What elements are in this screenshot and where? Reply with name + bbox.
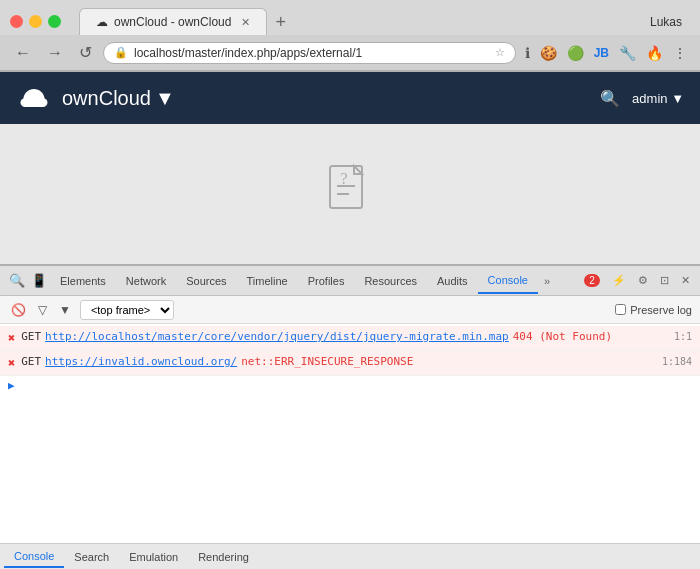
devtools-tab-icons: 2 ⚡ ⚙ ⊡ ✕ xyxy=(580,272,694,289)
filter-icon[interactable]: ▽ xyxy=(35,302,50,318)
console-status-1: 404 (Not Found) xyxy=(513,329,612,346)
error-icon-1: ✖ xyxy=(8,329,15,347)
jb-icon[interactable]: JB xyxy=(591,44,612,62)
close-button[interactable] xyxy=(10,15,23,28)
tab-label: ownCloud - ownCloud xyxy=(114,15,231,29)
devtools-bottom-tabs: Console Search Emulation Rendering xyxy=(0,543,700,569)
error-count: 2 xyxy=(584,274,600,287)
user-area: Lukas xyxy=(642,11,690,33)
prompt-arrow-icon: ▶ xyxy=(8,379,15,392)
extension-icon[interactable]: 🔧 xyxy=(616,43,639,63)
devtools-console: ✖ GET http://localhost/master/core/vendo… xyxy=(0,324,700,543)
frame-select[interactable]: <top frame> xyxy=(80,300,174,320)
tab-bar: ☁ ownCloud - ownCloud ✕ + xyxy=(79,8,634,35)
console-entry-2: ✖ GET https://invalid.owncloud.org/ net:… xyxy=(0,351,700,376)
console-method-2: GET xyxy=(21,354,41,371)
tab-close-button[interactable]: ✕ xyxy=(241,16,250,29)
tab-audits[interactable]: Audits xyxy=(427,269,478,293)
devtools-mobile-icon[interactable]: 📱 xyxy=(28,272,50,289)
app-title: ownCloud ▼ xyxy=(62,87,175,110)
settings-icon[interactable]: ⚙ xyxy=(634,272,652,289)
owncloud-logo: ownCloud ▼ xyxy=(16,80,175,116)
svg-text:?: ? xyxy=(340,170,347,187)
nav-icons: ℹ 🍪 🟢 JB 🔧 🔥 ⋮ xyxy=(522,43,690,63)
error-count-badge: 2 xyxy=(580,272,604,289)
tab-elements[interactable]: Elements xyxy=(50,269,116,293)
console-lineno-1: 1:1 xyxy=(674,329,692,344)
search-icon[interactable]: 🔍 xyxy=(600,89,620,108)
preserve-log-label[interactable]: Preserve log xyxy=(615,304,692,316)
tab-favicon: ☁ xyxy=(96,15,108,29)
admin-menu-button[interactable]: admin ▼ xyxy=(632,91,684,106)
tab-profiles[interactable]: Profiles xyxy=(298,269,355,293)
tab-sources[interactable]: Sources xyxy=(176,269,236,293)
console-status-2: net::ERR_INSECURE_RESPONSE xyxy=(241,354,413,371)
maximize-button[interactable] xyxy=(48,15,61,28)
back-button[interactable]: ← xyxy=(10,42,36,64)
breakpoints-icon[interactable]: ⚡ xyxy=(608,272,630,289)
bottom-tab-emulation[interactable]: Emulation xyxy=(119,547,188,567)
window-controls xyxy=(10,15,61,28)
console-method-1: GET xyxy=(21,329,41,346)
tab-network[interactable]: Network xyxy=(116,269,176,293)
devtools-inspect-icon[interactable]: 🔍 xyxy=(6,272,28,289)
tab-console[interactable]: Console xyxy=(478,268,538,294)
main-content: ? xyxy=(0,124,700,264)
error-icon-2: ✖ xyxy=(8,354,15,372)
tab-timeline[interactable]: Timeline xyxy=(237,269,298,293)
console-lineno-2: 1:184 xyxy=(662,354,692,369)
user-name: Lukas xyxy=(650,15,682,29)
owncloud-logo-icon xyxy=(16,80,52,116)
flame-icon[interactable]: 🔥 xyxy=(643,43,666,63)
new-tab-button[interactable]: + xyxy=(267,9,294,35)
devtools-tabs: 🔍 📱 Elements Network Sources Timeline Pr… xyxy=(0,266,700,296)
tab-resources[interactable]: Resources xyxy=(354,269,427,293)
clear-console-icon[interactable]: 🚫 xyxy=(8,302,29,318)
owncloud-appbar: ownCloud ▼ 🔍 admin ▼ xyxy=(0,72,700,124)
cookie-icon[interactable]: 🍪 xyxy=(537,43,560,63)
reload-button[interactable]: ↺ xyxy=(74,41,97,64)
preserve-log-checkbox[interactable] xyxy=(615,304,626,315)
dock-icon[interactable]: ⊡ xyxy=(656,272,673,289)
devtools-panel: 🔍 📱 Elements Network Sources Timeline Pr… xyxy=(0,264,700,569)
menu-icon[interactable]: ⋮ xyxy=(670,43,690,63)
devtools-toolbar: 🚫 ▽ ▼ <top frame> Preserve log xyxy=(0,296,700,324)
info-icon[interactable]: ℹ xyxy=(522,43,533,63)
filter2-icon[interactable]: ▼ xyxy=(56,302,74,318)
minimize-button[interactable] xyxy=(29,15,42,28)
active-tab[interactable]: ☁ ownCloud - ownCloud ✕ xyxy=(79,8,267,35)
broken-document-icon: ? xyxy=(325,164,375,224)
console-entry-1: ✖ GET http://localhost/master/core/vendo… xyxy=(0,326,700,351)
bottom-tab-console[interactable]: Console xyxy=(4,546,64,568)
address-bar[interactable]: 🔒 localhost/master/index.php/apps/extern… xyxy=(103,42,516,64)
address-security-icon: 🔒 xyxy=(114,46,128,59)
circle-icon[interactable]: 🟢 xyxy=(564,43,587,63)
address-text: localhost/master/index.php/apps/external… xyxy=(134,46,489,60)
bookmark-icon: ☆ xyxy=(495,46,505,59)
title-bar: ☁ ownCloud - ownCloud ✕ + Lukas xyxy=(0,0,700,35)
console-url-1[interactable]: http://localhost/master/core/vendor/jque… xyxy=(45,329,509,346)
app-title-arrow[interactable]: ▼ xyxy=(155,87,175,110)
forward-button[interactable]: → xyxy=(42,42,68,64)
preserve-log-text: Preserve log xyxy=(630,304,692,316)
console-url-2[interactable]: https://invalid.owncloud.org/ xyxy=(45,354,237,371)
close-devtools-icon[interactable]: ✕ xyxy=(677,272,694,289)
error-icon: ? xyxy=(325,164,375,224)
app-title-text: ownCloud xyxy=(62,87,151,110)
bottom-tab-search[interactable]: Search xyxy=(64,547,119,567)
nav-bar: ← → ↺ 🔒 localhost/master/index.php/apps/… xyxy=(0,35,700,71)
browser-chrome: ☁ ownCloud - ownCloud ✕ + Lukas ← → ↺ 🔒 … xyxy=(0,0,700,72)
console-prompt: ▶ xyxy=(0,376,700,395)
tab-more-button[interactable]: » xyxy=(538,271,556,291)
app-bar-right: 🔍 admin ▼ xyxy=(600,89,684,108)
browser-window: ☁ ownCloud - ownCloud ✕ + Lukas ← → ↺ 🔒 … xyxy=(0,0,700,569)
bottom-tab-rendering[interactable]: Rendering xyxy=(188,547,259,567)
